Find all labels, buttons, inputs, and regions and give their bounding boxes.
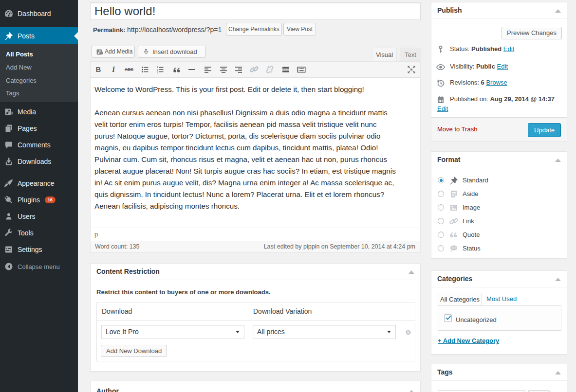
svg-text:3: 3 <box>157 71 158 74</box>
